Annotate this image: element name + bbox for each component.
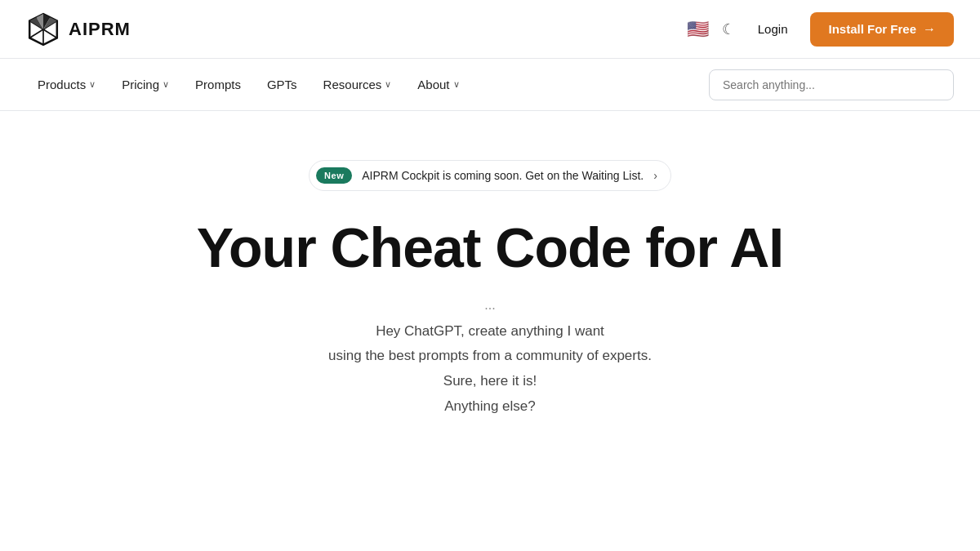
products-chevron-icon: ∨: [89, 79, 96, 90]
header-right: 🇺🇸 ☾ Login Install For Free →: [687, 12, 954, 47]
chat-line-1: Hey ChatGPT, create anything I want: [328, 319, 652, 344]
dark-mode-icon[interactable]: ☾: [722, 20, 735, 38]
install-label: Install For Free: [828, 22, 916, 36]
announcement-chevron-icon: ›: [653, 169, 657, 182]
top-header: AIPRM 🇺🇸 ☾ Login Install For Free →: [0, 0, 980, 59]
nav-item-gpts[interactable]: GPTs: [256, 71, 309, 98]
nav-resources-label: Resources: [323, 78, 382, 91]
hero-heading: Your Cheat Code for AI: [197, 217, 783, 278]
chat-line-3: Sure, here it is!: [328, 369, 652, 394]
logo-area[interactable]: AIPRM: [26, 12, 131, 47]
logo-text: AIPRM: [69, 19, 131, 40]
search-box: [709, 69, 954, 100]
install-arrow-icon: →: [923, 22, 936, 37]
about-chevron-icon: ∨: [453, 79, 460, 90]
nav-item-products[interactable]: Products ∨: [26, 71, 107, 98]
nav-left: Products ∨ Pricing ∨ Prompts GPTs Resour…: [26, 71, 471, 98]
announcement-text: AIPRM Cockpit is coming soon. Get on the…: [362, 169, 644, 182]
logo-icon: [26, 12, 60, 47]
nav-item-resources[interactable]: Resources ∨: [312, 71, 403, 98]
resources-chevron-icon: ∨: [385, 79, 391, 90]
subtitle-dots: ...: [484, 298, 495, 313]
nav-header: Products ∨ Pricing ∨ Prompts GPTs Resour…: [0, 59, 980, 111]
nav-about-label: About: [417, 78, 449, 91]
new-badge: New: [316, 167, 352, 184]
pricing-chevron-icon: ∨: [163, 79, 169, 90]
nav-products-label: Products: [38, 78, 86, 91]
login-button[interactable]: Login: [748, 16, 798, 42]
nav-item-about[interactable]: About ∨: [406, 71, 470, 98]
chat-line-2: using the best prompts from a community …: [328, 344, 652, 369]
nav-item-prompts[interactable]: Prompts: [184, 71, 252, 98]
main-content: New AIPRM Cockpit is coming soon. Get on…: [0, 111, 980, 451]
chat-lines: Hey ChatGPT, create anything I want usin…: [328, 319, 652, 419]
nav-gpts-label: GPTs: [267, 78, 297, 91]
chat-line-4: Anything else?: [328, 394, 652, 420]
nav-pricing-label: Pricing: [122, 78, 159, 91]
search-input[interactable]: [709, 69, 954, 100]
announcement-banner[interactable]: New AIPRM Cockpit is coming soon. Get on…: [309, 160, 671, 191]
install-button[interactable]: Install For Free →: [810, 12, 954, 47]
flag-icon[interactable]: 🇺🇸: [687, 19, 709, 40]
nav-prompts-label: Prompts: [195, 78, 241, 91]
nav-item-pricing[interactable]: Pricing ∨: [110, 71, 180, 98]
